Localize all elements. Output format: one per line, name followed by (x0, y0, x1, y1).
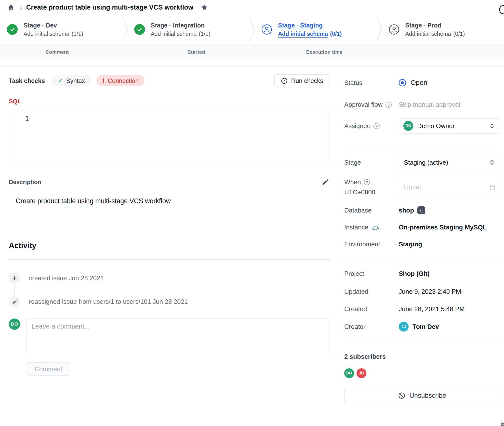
question-circle-icon[interactable] (373, 123, 380, 129)
mysql-dolphin-icon (371, 224, 379, 230)
pencil-icon (9, 296, 20, 307)
avatar: DO (344, 368, 354, 378)
status-label: Status (344, 79, 399, 87)
project-value: Shop (Git) (399, 270, 500, 278)
activity-event-text: reassigned issue from users/1 to users/1… (29, 298, 188, 306)
question-circle-icon[interactable] (364, 179, 370, 185)
stage-title: Stage - Prod (405, 22, 465, 29)
activity-heading: Activity (9, 241, 330, 250)
stage-item-dev[interactable]: Stage - Dev Add initial schema (1/1) (0, 22, 122, 37)
approval-flow-label: Approval flow (344, 101, 399, 108)
stage-person-icon (261, 24, 272, 35)
check-pass-icon (58, 77, 63, 84)
breadcrumb: Create product table using multi-stage V… (0, 0, 504, 15)
avatar: DO (403, 121, 413, 131)
creator-label: Creator (344, 323, 399, 331)
stage-task: Add initial schema (278, 31, 328, 37)
chevron-up-down-icon (489, 159, 495, 166)
stage-select[interactable]: Staging (active) (399, 155, 500, 170)
subscribers-heading: 2 subscribers (344, 353, 500, 360)
activity-timeline: created issue Jun 28 2021 reassigned iss… (9, 272, 330, 307)
stage-pipeline: Stage - Dev Add initial schema (1/1) Sta… (0, 15, 504, 44)
stage-task-count: (0/1) (330, 31, 342, 37)
activity-event: reassigned issue from users/1 to users/1… (9, 296, 330, 307)
column-header-comment: Comment (45, 49, 69, 55)
creator-value: Tom Dev (412, 323, 439, 331)
stage-task: Add initial schema (151, 31, 197, 37)
stage-title: Stage - Staging (278, 22, 342, 29)
when-datetime-input[interactable] (399, 180, 500, 194)
divider (344, 145, 500, 145)
created-value: June 28, 2021 5:48 PM (399, 305, 500, 313)
status-open-radio[interactable] (399, 79, 406, 86)
stage-item-prod[interactable]: Stage - Prod Add initial schema (0/1) (382, 22, 504, 37)
database-value[interactable]: shop (399, 207, 414, 214)
sql-console-icon[interactable] (417, 206, 425, 214)
issue-sidebar: Status Open Approval flow Skip manual ap… (337, 67, 504, 425)
comment-input[interactable] (27, 319, 330, 354)
stage-title: Stage - Integration (151, 22, 211, 29)
stage-task-count: (0/1) (453, 31, 465, 37)
stage-task-count: (1/1) (72, 31, 83, 37)
check-connection-badge[interactable]: Connection (96, 75, 145, 86)
updated-value: June 9, 2023 2:40 PM (399, 288, 500, 295)
edit-description-button[interactable] (321, 177, 330, 186)
page-title: Create product table using multi-stage V… (26, 4, 193, 11)
timeline-connector (14, 285, 15, 295)
assignee-value: Demo Owner (417, 122, 455, 130)
stage-task-count: (1/1) (199, 31, 210, 37)
environment-value: Staging (399, 240, 500, 248)
editor-scrollbar[interactable] (323, 110, 323, 163)
divider (9, 259, 330, 260)
star-icon[interactable] (200, 3, 209, 12)
project-label: Project (344, 270, 399, 278)
task-checks-label: Task checks (9, 77, 45, 84)
created-label: Created (344, 305, 399, 313)
environment-label: Environment (344, 240, 399, 248)
activity-event: created issue Jun 28 2021 (9, 272, 330, 284)
description-text: Create product table using multi-stage V… (9, 197, 330, 205)
check-syntax-badge[interactable]: Syntax (52, 75, 91, 86)
home-icon[interactable] (6, 3, 16, 12)
activity-event-text: created issue Jun 28 2021 (29, 274, 104, 282)
pencil-icon (322, 178, 329, 186)
avatar: DO (9, 319, 20, 330)
stage-item-integration[interactable]: Stage - Integration Add initial schema (… (127, 22, 250, 37)
unsubscribe-button[interactable]: Unsubscribe (344, 388, 500, 403)
stage-value: Staging (active) (404, 159, 448, 166)
column-header-execution-time: Execution time (306, 49, 343, 55)
spacer (0, 60, 504, 66)
sql-editor[interactable]: 1 (9, 110, 330, 163)
play-circle-icon (281, 78, 288, 84)
description-label: Description (9, 179, 41, 186)
stage-task: Add initial schema (405, 31, 451, 37)
approval-flow-value: Skip manual approval (399, 101, 500, 108)
stage-done-icon (7, 24, 18, 35)
when-label: When UTC+0800 (344, 178, 399, 196)
task-table-header: Comment Started Execution time (0, 44, 504, 60)
check-fail-icon (102, 77, 105, 85)
assignee-select[interactable]: DO Demo Owner (399, 118, 500, 133)
instance-value: On-premises Staging MySQL (399, 224, 500, 231)
assignee-label: Assignee (344, 122, 399, 130)
plus-icon (9, 272, 20, 284)
stage-task: Add initial schema (24, 31, 69, 37)
question-circle-icon[interactable] (385, 102, 392, 108)
stage-label: Stage (344, 159, 399, 166)
stage-item-staging[interactable]: Stage - Staging Add initial schema (0/1) (254, 22, 377, 37)
database-label: Database (344, 207, 399, 214)
subscribers-list: DO JD (344, 368, 500, 378)
comment-button[interactable]: Comment (27, 362, 70, 376)
divider (344, 260, 500, 260)
avatar: TD (399, 322, 409, 332)
divider (344, 343, 500, 343)
chevron-up-down-icon (489, 122, 495, 129)
avatar: JD (357, 368, 366, 378)
calendar-icon (489, 184, 496, 191)
ban-icon (398, 392, 405, 399)
chevron-right-icon (20, 3, 22, 11)
stage-person-icon (389, 24, 399, 35)
updated-label: Updated (344, 288, 399, 295)
timezone-label: UTC+0800 (344, 188, 375, 196)
run-checks-button[interactable]: Run checks (274, 74, 330, 87)
